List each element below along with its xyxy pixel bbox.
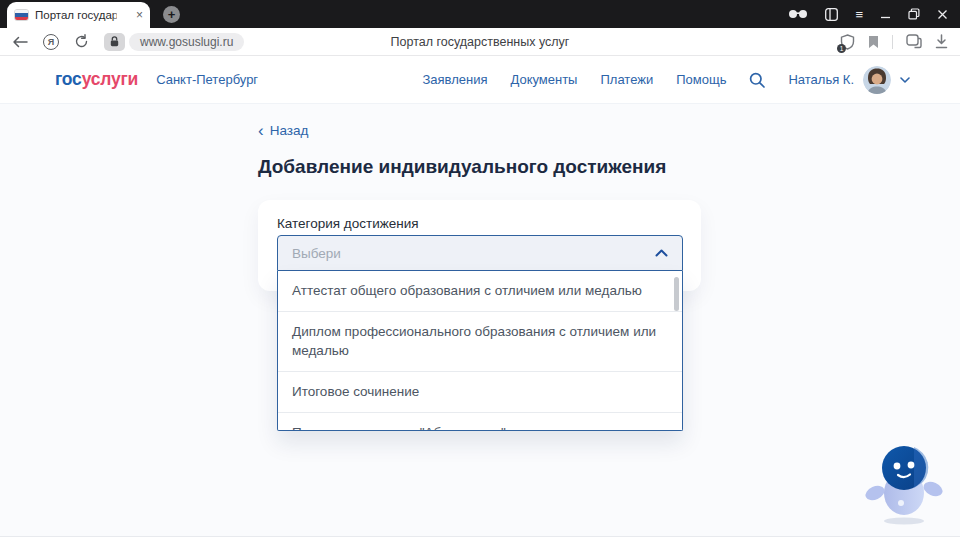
window-minimize-icon[interactable] [880, 9, 891, 20]
bookmark-flag-icon[interactable] [868, 35, 879, 49]
address-bar[interactable]: www.gosuslugi.ru [129, 33, 244, 51]
nav-link-statements[interactable]: Заявления [422, 72, 487, 87]
refresh-icon[interactable] [74, 34, 89, 49]
robot-assistant-mascot[interactable] [862, 440, 946, 528]
dropdown-option-diplom[interactable]: Диплом профессионального образования с о… [278, 312, 682, 372]
download-icon[interactable] [935, 34, 948, 49]
select-placeholder: Выбери [292, 246, 341, 261]
nav-link-documents[interactable]: Документы [510, 72, 577, 87]
russian-flag-favicon [14, 9, 29, 21]
category-dropdown: Аттестат общего образования с отличием и… [277, 271, 683, 431]
nav-link-help[interactable]: Помощь [676, 72, 726, 87]
bookmarks-panel-icon[interactable] [825, 8, 838, 21]
new-tab-button[interactable]: + [163, 6, 180, 23]
back-link[interactable]: ‹ Назад [258, 123, 308, 138]
bottom-edge [0, 536, 960, 540]
header-nav: Заявления Документы Платежи Помощь Натал… [422, 66, 910, 94]
back-label: Назад [270, 123, 309, 138]
screen: Портал государственны × + ≡ [0, 0, 960, 540]
nav-link-payments[interactable]: Платежи [600, 72, 653, 87]
user-name: Наталья К. [788, 72, 854, 87]
logo-part-blue: гос [55, 69, 82, 89]
collections-icon[interactable] [906, 34, 922, 49]
browser-tab-bar: Портал государственны × + ≡ [0, 0, 960, 28]
incognito-glasses-icon[interactable] [788, 9, 808, 19]
browser-menu-icon[interactable]: ≡ [855, 8, 863, 21]
tab-title-fade [112, 4, 128, 26]
protect-shield-icon[interactable]: 1 [840, 34, 855, 50]
site-header: госуслуги Санкт-Петербург Заявления Доку… [0, 56, 960, 104]
page-title: Добавление индивидуального достижения [258, 156, 666, 178]
category-field-label: Категория достижения [277, 216, 419, 231]
gosuslugi-logo[interactable]: госуслуги [55, 69, 138, 90]
dropdown-option-attestat[interactable]: Аттестат общего образования с отличием и… [278, 271, 682, 312]
dropdown-option-abilimpiks[interactable]: Призер чемпионата "Абилимпикс" [278, 413, 682, 431]
window-close-icon[interactable] [937, 9, 948, 20]
logo-part-red: услуги [82, 69, 139, 89]
user-menu[interactable]: Наталья К. [788, 66, 910, 94]
category-select[interactable]: Выбери [277, 235, 683, 271]
site-lock-icon[interactable] [104, 33, 125, 51]
chevron-down-icon [900, 77, 910, 83]
yandex-home-icon[interactable]: Я [43, 34, 59, 50]
tab-title: Портал государственны [35, 9, 117, 21]
dropdown-scrollbar-thumb[interactable] [674, 277, 679, 311]
back-icon[interactable] [12, 36, 28, 48]
shield-badge-count: 1 [837, 44, 846, 53]
tab-close-icon[interactable]: × [136, 9, 143, 21]
window-restore-icon[interactable] [908, 8, 920, 20]
region-selector[interactable]: Санкт-Петербург [156, 72, 258, 87]
browser-toolbar: Я www.gosuslugi.ru Портал государственны… [0, 28, 960, 56]
back-chevron-icon: ‹ [258, 124, 264, 137]
browser-tab[interactable]: Портал государственны × [7, 2, 150, 28]
toolbar-divider [892, 35, 893, 49]
search-icon[interactable] [749, 72, 765, 88]
avatar [863, 66, 891, 94]
chevron-up-icon [655, 249, 668, 257]
dropdown-option-sochinenie[interactable]: Итоговое сочинение [278, 372, 682, 413]
